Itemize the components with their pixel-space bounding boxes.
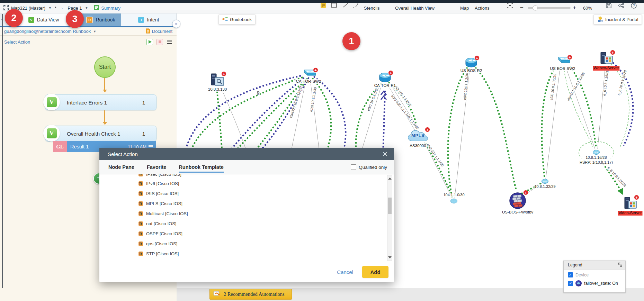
share-icon[interactable] xyxy=(618,3,624,13)
workflow-node-interface-errors[interactable]: V Interface Errors 1 1 xyxy=(45,94,156,110)
line-tool-icon[interactable] xyxy=(343,3,348,13)
dialog-title: Select Action xyxy=(108,151,138,157)
guidebook-icon xyxy=(222,17,228,22)
template-list-item[interactable]: R MPLS [Cisco IOS] xyxy=(138,199,394,209)
run-runbook-button[interactable] xyxy=(146,39,153,45)
scrollbar[interactable] xyxy=(387,175,392,261)
fullscreen-icon[interactable] xyxy=(3,5,9,11)
app-window: Map321 (Master) ▼ * › Page 1 ▼ Summary S… xyxy=(0,0,644,301)
runbook-template-icon: R xyxy=(138,252,143,256)
window-top-strip xyxy=(0,0,644,3)
alert-plus-badge[interactable]: + xyxy=(221,71,226,76)
stop-runbook-button[interactable] xyxy=(156,39,163,45)
workflow-node-overall-health[interactable]: V Overall Health Check 1 1 xyxy=(45,126,156,142)
cloud-inner-label: MPLS xyxy=(411,133,424,138)
zoom-slider[interactable] xyxy=(528,3,571,13)
template-list: R IPsec [Cisco IOS] R IPv6 [Cisco IOS] R… xyxy=(99,174,394,262)
template-name: IPsec [Cisco IOS] xyxy=(146,174,181,177)
device-label: US-BOS-FW/stby xyxy=(501,210,534,215)
stencils-button[interactable]: Stencils xyxy=(364,3,380,13)
dialog-header[interactable]: Select Action ✕ xyxy=(99,148,394,160)
legend-failover-checkbox[interactable]: ✓ xyxy=(568,281,573,286)
scrollbar-thumb[interactable] xyxy=(388,198,392,214)
document-button[interactable]: Document xyxy=(146,28,172,35)
runbook-template-icon: R xyxy=(138,174,143,176)
template-list-item[interactable]: R nat [Cisco IOS] xyxy=(138,219,394,229)
alert-plus-badge[interactable]: + xyxy=(523,190,528,195)
dialog-footer: Cancel Add xyxy=(99,262,394,282)
page-chevron-down-icon[interactable]: ▼ xyxy=(85,6,88,10)
annotation-step-badge: 1 xyxy=(342,32,360,50)
recommended-automations-button[interactable]: 2 Recommended Automations xyxy=(209,289,292,300)
guidebook-button[interactable]: Guidebook xyxy=(218,15,256,25)
device-label: Webex-Server xyxy=(593,66,619,71)
qualified-only-checkbox[interactable]: Qualified only xyxy=(351,160,387,174)
zoom-level: 60% xyxy=(583,3,592,13)
runbook-menu-icon[interactable] xyxy=(167,39,172,45)
help-icon[interactable]: ? xyxy=(631,3,637,13)
template-name: STP [Cisco IOS] xyxy=(146,251,179,256)
template-list-item[interactable]: R OSPF [Cisco IOS] xyxy=(138,229,394,239)
tab-node-pane[interactable]: Node Pane xyxy=(108,160,134,174)
note-tool-icon[interactable] xyxy=(321,3,326,13)
alert-plus-badge[interactable]: + xyxy=(388,70,393,75)
runbook-template-icon: R xyxy=(138,181,143,186)
template-list-item[interactable]: R IPv6 [Cisco IOS] xyxy=(138,179,394,189)
save-icon[interactable] xyxy=(606,3,611,13)
template-list-item[interactable]: R STP [Cisco IOS] xyxy=(138,249,394,259)
legend-device-checkbox[interactable]: ✓ xyxy=(568,272,573,277)
template-list-item[interactable]: R IPsec [Cisco IOS] xyxy=(138,174,394,179)
summary-button[interactable]: Summary xyxy=(101,6,120,11)
summary-icon[interactable] xyxy=(94,5,99,11)
workflow-start-node[interactable]: Start xyxy=(94,56,116,78)
alert-plus-badge[interactable]: + xyxy=(425,127,430,132)
template-list-item[interactable]: R Multicast [Cisco IOS] xyxy=(138,209,394,219)
select-action-link[interactable]: Select Action xyxy=(4,39,30,45)
map-title-chevron-down-icon[interactable]: ▼ xyxy=(48,6,52,10)
select-action-dialog: Select Action ✕ Node Pane Favorite Runbo… xyxy=(99,148,394,282)
intent-icon: I xyxy=(138,17,144,23)
alert-plus-badge[interactable]: + xyxy=(313,67,318,73)
alert-plus-badge[interactable]: + xyxy=(610,50,615,55)
zoom-out-button[interactable]: − xyxy=(520,3,524,13)
close-icon[interactable]: ✕ xyxy=(382,151,388,157)
template-name: Multicast [Cisco IOS] xyxy=(146,211,188,216)
template-name: IPv6 [Cisco IOS] xyxy=(146,181,179,186)
result-owner-badge: GL xyxy=(53,141,67,152)
map-menu[interactable]: Map xyxy=(460,3,469,13)
tab-intent[interactable]: I Intent xyxy=(121,13,177,26)
view-selector[interactable]: Overall Health View xyxy=(395,3,435,13)
legend-expand-icon[interactable] xyxy=(618,262,623,268)
device-label: CA-TOR-R1 xyxy=(374,83,396,88)
expand-panel-button[interactable]: » xyxy=(172,20,180,28)
guidebook-label: Guidebook xyxy=(230,17,252,22)
svg-text:?: ? xyxy=(633,4,635,8)
tab-runbook[interactable]: R Runbook xyxy=(81,13,121,26)
template-list-item[interactable]: R ISIS [Cisco IOS] xyxy=(138,189,394,199)
add-button[interactable]: Add xyxy=(362,266,388,278)
map-toolbar: Map321 (Master) ▼ * › Page 1 ▼ Summary S… xyxy=(0,3,644,13)
path-tool-icon[interactable] xyxy=(353,3,359,13)
template-name: ISIS [Cisco IOS] xyxy=(146,191,179,196)
tab-runbook-template[interactable]: Runbook Template xyxy=(179,160,223,174)
tab-favorite[interactable]: Favorite xyxy=(147,160,166,174)
runbook-icon: R xyxy=(86,17,93,23)
device-label: US-BOS-SW2 xyxy=(549,66,576,71)
fit-to-screen-icon[interactable] xyxy=(507,3,513,13)
rectangle-tool-icon[interactable] xyxy=(331,3,337,13)
panel-edge-line xyxy=(2,14,3,288)
template-list-item[interactable]: R qos [Cisco IOS] xyxy=(138,239,394,249)
alert-plus-badge[interactable]: + xyxy=(634,195,639,200)
scroll-up-icon[interactable] xyxy=(388,177,392,180)
alert-plus-badge[interactable]: + xyxy=(567,55,572,60)
alert-plus-badge[interactable]: + xyxy=(474,55,480,61)
actions-menu[interactable]: Actions xyxy=(475,3,490,13)
runbook-selector[interactable]: guangdongliao@netbraintechcom Runbook ▼ xyxy=(4,29,97,34)
incident-portal-button[interactable]: Incident & Portal xyxy=(593,15,642,25)
cancel-button[interactable]: Cancel xyxy=(337,269,353,275)
zoom-in-button[interactable]: + xyxy=(573,3,576,13)
data-view-node-icon: V xyxy=(43,125,60,142)
scroll-down-icon[interactable] xyxy=(388,256,392,258)
flow-arrow xyxy=(104,110,105,124)
runbook-template-icon: R xyxy=(138,231,143,236)
